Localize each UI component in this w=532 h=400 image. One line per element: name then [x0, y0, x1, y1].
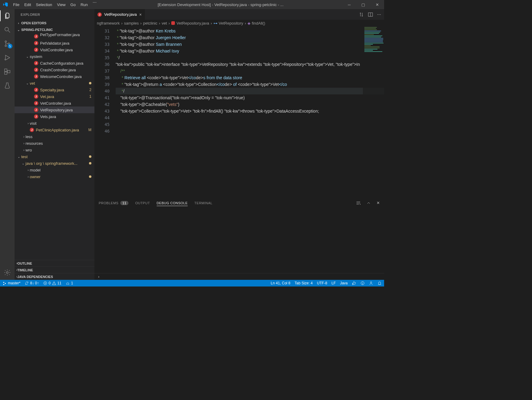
debug-console-input[interactable]: ›: [94, 273, 384, 280]
chevron-down-icon: ⌄: [26, 82, 29, 85]
folder-item[interactable]: › visit: [15, 120, 94, 127]
feedback-icon[interactable]: i: [360, 281, 365, 285]
folder-item[interactable]: ⌄ java \ org \ springframework...: [15, 160, 94, 167]
folder-item[interactable]: ⌄ system: [15, 53, 94, 60]
menu-go[interactable]: Go: [68, 0, 78, 9]
folder-item[interactable]: ⌄ test: [15, 153, 94, 160]
minimize-button[interactable]: ─: [342, 0, 356, 9]
folder-item[interactable]: › model: [15, 167, 94, 173]
file-item[interactable]: JCacheConfiguration.java: [15, 60, 94, 66]
breadcrumb-seg[interactable]: vet: [162, 21, 167, 25]
problems-item[interactable]: 0 11: [43, 281, 61, 285]
file-item[interactable]: JVet.java1: [15, 93, 94, 100]
menu-edit[interactable]: Edit: [22, 0, 33, 9]
java-dependencies-section[interactable]: ›JAVA DEPENDENCIES: [15, 273, 94, 280]
notifications-icon[interactable]: [377, 281, 382, 285]
split-editor-icon[interactable]: [368, 12, 373, 17]
timeline-label: TIMELINE: [17, 268, 33, 272]
tab-vetrepository[interactable]: J VetRepository.java ×: [94, 9, 145, 20]
more-actions-icon[interactable]: ⋯: [377, 12, 381, 17]
file-item[interactable]: JVetController.java: [15, 100, 94, 107]
folder-item[interactable]: › less: [15, 133, 94, 140]
open-editors-section[interactable]: ›OPEN EDITORS: [15, 20, 94, 26]
project-section[interactable]: ⌄SPRING-PETCLINIC: [15, 26, 94, 33]
extensions-icon[interactable]: [3, 67, 12, 76]
chevron-down-icon: ⌄: [22, 162, 24, 165]
maximize-button[interactable]: ▢: [356, 0, 370, 9]
timeline-section[interactable]: ›TIMELINE: [15, 266, 94, 273]
file-item[interactable]: JWelcomeController.java: [15, 73, 94, 80]
indentation-item[interactable]: Tab Size: 4: [295, 281, 312, 285]
file-item[interactable]: JPetValidator.java: [15, 40, 94, 46]
close-tab-icon[interactable]: ×: [139, 12, 142, 17]
menu-run[interactable]: Run: [78, 0, 90, 9]
minimap[interactable]: [363, 26, 384, 198]
menu-overflow-icon[interactable]: ⋯: [90, 0, 99, 9]
ports-item[interactable]: 1: [66, 281, 73, 285]
terminal-tab[interactable]: TERMINAL: [194, 201, 213, 205]
file-item[interactable]: JCrashController.java: [15, 66, 94, 73]
language-item[interactable]: Java: [340, 281, 348, 285]
java-file-icon: J: [34, 48, 38, 52]
collapse-panel-icon[interactable]: [366, 201, 371, 205]
file-item[interactable]: JVisitController.java: [15, 46, 94, 53]
file-item[interactable]: JSpecialty.java2: [15, 86, 94, 93]
breadcrumb-seg[interactable]: VetRepository: [219, 21, 243, 25]
eol-item[interactable]: LF: [332, 281, 336, 285]
chevron-right-icon: ›: [23, 135, 24, 138]
java-file-icon: J: [97, 12, 102, 17]
thumbs-up-icon[interactable]: [352, 281, 356, 285]
compare-changes-icon[interactable]: [359, 12, 364, 17]
breadcrumb-seg[interactable]: findAll(): [252, 21, 265, 25]
breadcrumb-seg[interactable]: ngframework: [97, 21, 120, 25]
menu-view[interactable]: View: [55, 0, 68, 9]
tree-item-label: wro: [26, 148, 32, 152]
folder-item[interactable]: › wro: [15, 147, 94, 153]
close-panel-icon[interactable]: ✕: [377, 201, 380, 205]
warnings-label: 11: [57, 281, 61, 285]
debug-console-tab[interactable]: DEBUG CONSOLE: [157, 201, 188, 206]
outline-section[interactable]: ›OUTLINE: [15, 260, 94, 266]
testing-icon[interactable]: [3, 81, 12, 90]
breadcrumb-seg[interactable]: samples: [124, 21, 138, 25]
folder-item[interactable]: › resources: [15, 140, 94, 147]
clear-console-icon[interactable]: [356, 201, 361, 205]
ports-label: 1: [71, 281, 73, 285]
close-button[interactable]: ✕: [370, 0, 384, 9]
explorer-icon[interactable]: [3, 12, 12, 20]
breadcrumb-seg[interactable]: petclinic: [143, 21, 157, 25]
java-file-icon: J: [34, 61, 38, 65]
code-editor[interactable]: 31323334353637383940414243444546 * "tok-…: [94, 26, 384, 198]
tree-item-label: resources: [26, 141, 43, 146]
svg-point-9: [6, 272, 8, 273]
breadcrumb-seg[interactable]: VetRepository.java: [176, 21, 209, 25]
run-debug-icon[interactable]: [3, 53, 12, 62]
file-item[interactable]: JVets.java: [15, 113, 94, 120]
git-branch-item[interactable]: master*: [2, 281, 20, 285]
output-tab[interactable]: OUTPUT: [135, 201, 150, 205]
folder-item[interactable]: ⌄ vet: [15, 80, 94, 86]
debug-console-body[interactable]: [94, 208, 384, 273]
line-gutter: 31323334353637383940414243444546: [94, 26, 116, 198]
code-content[interactable]: * "tok-tag">@author Ken Krebs * "tok-tag…: [116, 26, 384, 198]
problems-tab[interactable]: PROBLEMS11: [99, 201, 128, 205]
activity-bar: 5: [0, 9, 15, 280]
search-icon[interactable]: [3, 25, 12, 34]
folder-item[interactable]: › owner: [15, 173, 94, 180]
svg-point-15: [370, 282, 372, 283]
menu-selection[interactable]: Selection: [33, 0, 54, 9]
file-item[interactable]: JPetTypeFormatter.java: [15, 33, 94, 40]
menu-file[interactable]: File: [11, 0, 22, 9]
live-share-icon[interactable]: [369, 281, 373, 285]
breadcrumb[interactable]: ngframework› samples› petclinic› vet› Ve…: [94, 20, 384, 26]
cursor-position-item[interactable]: Ln 41, Col 8: [271, 281, 291, 285]
encoding-item[interactable]: UTF-8: [317, 281, 327, 285]
file-item[interactable]: JPetClinicApplication.javaM: [15, 127, 94, 133]
sync-item[interactable]: 8↓ 0↑: [25, 281, 39, 285]
java-file-icon: J: [34, 41, 38, 45]
file-item[interactable]: JVetRepository.java: [15, 107, 94, 113]
source-control-icon[interactable]: 5: [3, 39, 12, 48]
settings-gear-icon[interactable]: [3, 268, 12, 277]
svg-rect-7: [5, 72, 7, 74]
tree-item-label: VisitController.java: [40, 48, 73, 52]
